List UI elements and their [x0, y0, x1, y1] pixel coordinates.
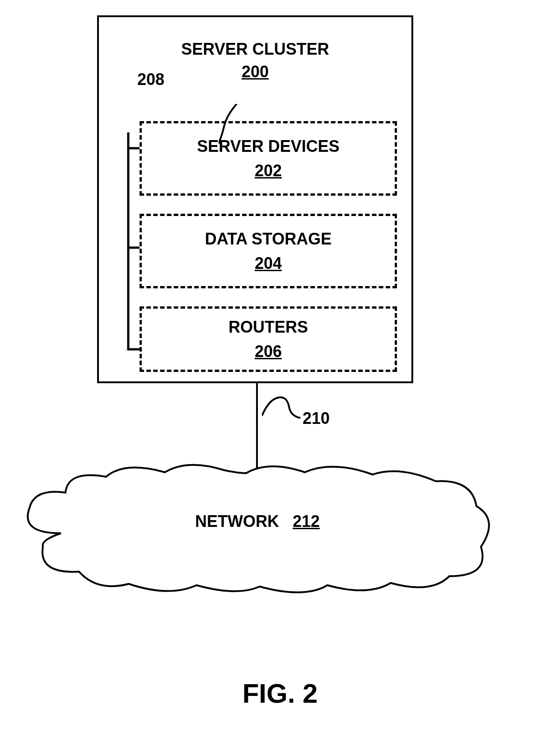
bus-bracket	[117, 132, 140, 361]
ref-208-label: 208	[137, 70, 164, 89]
cluster-ref-number: 200	[181, 62, 329, 81]
figure-label: FIG. 2	[243, 678, 318, 709]
ref-210-label: 210	[303, 409, 330, 428]
routers-ref: 206	[255, 342, 282, 361]
server-devices-label: SERVER DEVICES	[197, 137, 339, 156]
data-storage-label: DATA STORAGE	[205, 230, 332, 249]
network-ref: 212	[293, 512, 320, 531]
routers-label: ROUTERS	[229, 318, 308, 337]
cluster-title-label: SERVER CLUSTER	[181, 40, 329, 58]
data-storage-box: DATA STORAGE 204	[140, 214, 397, 288]
ref-210-lead-line	[262, 393, 303, 425]
server-devices-box: SERVER DEVICES 202	[140, 121, 397, 196]
routers-box: ROUTERS 206	[140, 306, 397, 372]
diagram-container: SERVER CLUSTER 200 SERVER DEVICES 202 DA…	[0, 0, 560, 747]
network-label: NETWORK 212	[195, 512, 320, 531]
server-devices-ref: 202	[255, 161, 282, 180]
data-storage-ref: 204	[255, 254, 282, 273]
network-label-text: NETWORK	[195, 512, 279, 531]
cluster-title: SERVER CLUSTER 200	[181, 40, 329, 81]
network-cloud: NETWORK 212	[16, 456, 499, 601]
